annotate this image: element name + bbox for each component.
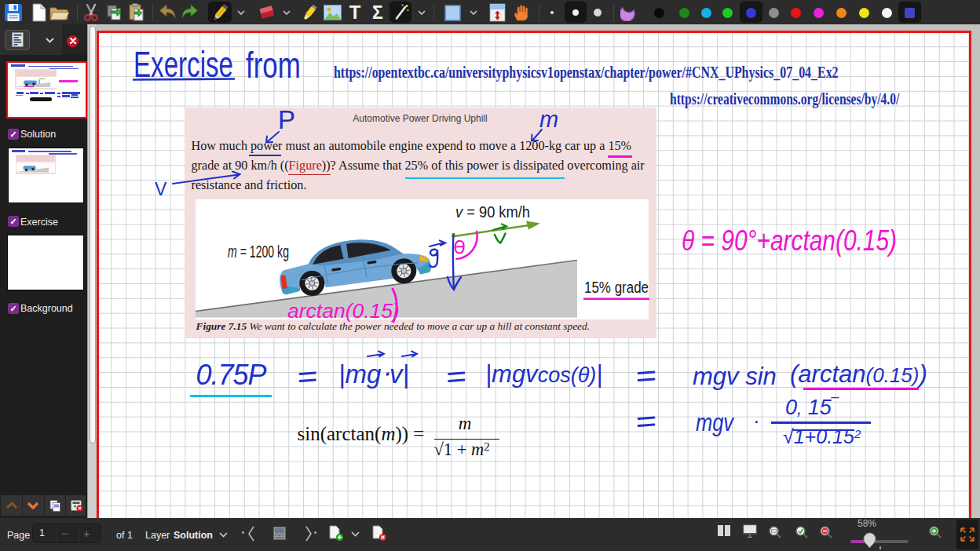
svg-text:m = 1200 kg: m = 1200 kg bbox=[228, 242, 289, 261]
svg-text:v = 90 km/h: v = 90 km/h bbox=[455, 203, 530, 221]
svg-text:15% grade: 15% grade bbox=[584, 279, 649, 296]
svg-text:arctan(0.15): arctan(0.15) bbox=[287, 299, 400, 323]
